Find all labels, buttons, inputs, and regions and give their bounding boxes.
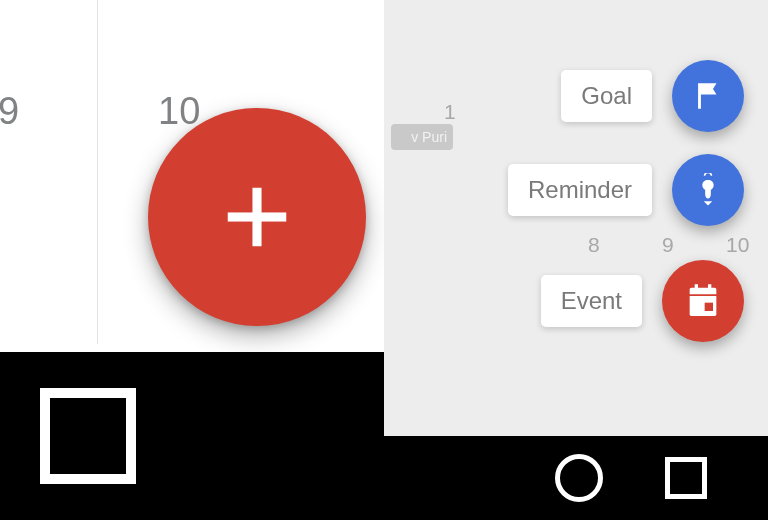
calendar-hour-10: 10: [726, 233, 749, 257]
svg-rect-1: [228, 212, 287, 221]
recent-apps-icon[interactable]: [40, 388, 136, 484]
column-divider: [97, 0, 98, 344]
right-screenshot: 1 v Puri 8 9 10 Goal Reminder Event: [384, 0, 768, 520]
plus-icon: [218, 178, 296, 256]
create-fab[interactable]: [148, 108, 366, 326]
calendar-event-chip: v Puri: [391, 124, 453, 150]
speed-dial-row-event: Event: [541, 260, 744, 342]
calendar-date-9: 9: [0, 90, 19, 133]
svg-rect-2: [705, 303, 713, 311]
goal-label[interactable]: Goal: [561, 70, 652, 122]
home-circle-icon[interactable]: [555, 454, 603, 502]
flag-icon: [691, 79, 725, 113]
left-screenshot: 9 10: [0, 0, 384, 520]
event-label[interactable]: Event: [541, 275, 642, 327]
android-navbar-right: [384, 436, 768, 520]
reminder-fab[interactable]: [672, 154, 744, 226]
reminder-label[interactable]: Reminder: [508, 164, 652, 216]
speed-dial-row-reminder: Reminder: [508, 154, 744, 226]
recent-apps-icon[interactable]: [665, 457, 707, 499]
calendar-icon: [683, 281, 723, 321]
calendar-hour-9: 9: [662, 233, 674, 257]
speed-dial-row-goal: Goal: [561, 60, 744, 132]
reminder-icon: [691, 173, 725, 207]
event-fab[interactable]: [662, 260, 744, 342]
calendar-hour-8: 8: [588, 233, 600, 257]
calendar-hour-1: 1: [444, 100, 456, 124]
goal-fab[interactable]: [672, 60, 744, 132]
android-navbar-left: [0, 352, 384, 520]
